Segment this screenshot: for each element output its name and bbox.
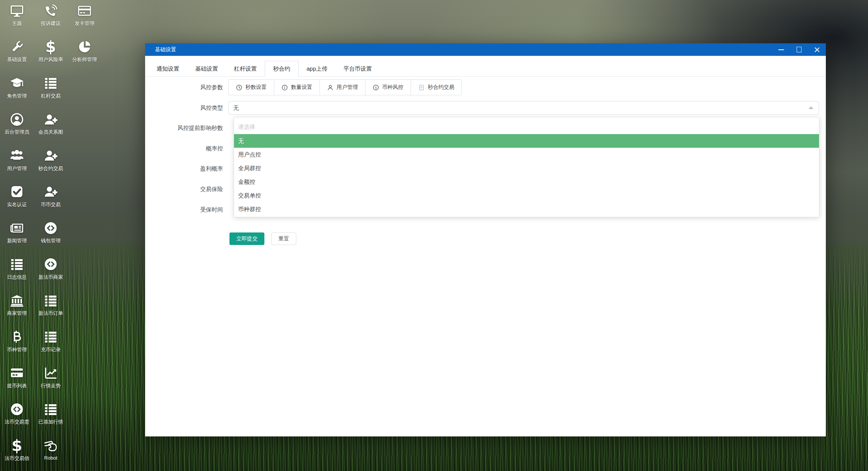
sidebar-item-leverage-trade[interactable]: 杠杆交易 (34, 75, 68, 111)
tab-leverage-settings[interactable]: 杠杆设置 (226, 61, 265, 76)
users-icon (10, 147, 24, 164)
dollar-icon: $ (12, 437, 22, 454)
reset-button[interactable]: 重置 (271, 232, 296, 245)
sidebar-item-label: 新法币订单 (38, 310, 63, 317)
sidebar-item-label: 分析师管理 (72, 56, 97, 63)
dropdown-option-user-point[interactable]: 用户点控 (234, 148, 819, 161)
sidebar-item-label: 法币交易需 (5, 419, 29, 425)
sidebar-item-label: 充币记录 (41, 346, 61, 353)
button-label: 用户管理 (337, 84, 358, 91)
dropdown-option-coin-group[interactable]: 币种群控 (234, 202, 819, 216)
sidebar-item-user-mgmt[interactable]: 用户管理 (0, 147, 34, 183)
sidebar-item-kyc[interactable]: 实名认证 (0, 183, 34, 220)
sidebar-item-complaints[interactable]: 投诉建议 (34, 2, 68, 38)
tab-platform-coin[interactable]: 平台币设置 (335, 61, 380, 76)
graduation-cap-icon (10, 75, 24, 92)
dropdown-option-global-group[interactable]: 全局群控 (234, 161, 819, 175)
minimize-icon (778, 49, 784, 50)
submit-button[interactable]: 立即提交 (229, 232, 264, 245)
maximize-button[interactable] (790, 43, 808, 56)
list-icon (44, 401, 58, 417)
sidebar-item-label: 法币交易信 (5, 455, 29, 462)
risk-type-select[interactable]: 无 (228, 101, 819, 115)
check-square-icon (10, 183, 24, 200)
dropdown-placeholder: 请选择 (234, 119, 819, 134)
sidebar-item-user-risk[interactable]: $用户风险率 (34, 38, 68, 74)
minimize-button[interactable] (772, 43, 790, 56)
sidebar-item-fiat-orders[interactable]: 新法币订单 (34, 292, 68, 328)
quantity-settings-button[interactable]: 数量设置 (274, 79, 320, 95)
sidebar-item-label: 钱包管理 (41, 237, 61, 244)
tab-notify-settings[interactable]: 通知设置 (149, 61, 187, 76)
list-icon (44, 329, 58, 345)
user-management-button[interactable]: 用户管理 (319, 79, 365, 95)
pie-chart-icon (77, 38, 92, 55)
sidebar-item-analyst[interactable]: 分析师管理 (68, 38, 101, 74)
list-icon (44, 292, 58, 309)
document-icon (418, 84, 425, 91)
sidebar-item-card-issuing[interactable]: 发卡管理 (68, 2, 101, 38)
seconds-settings-button[interactable]: 秒数设置 (228, 79, 274, 95)
sidebar-item-fiat-demand[interactable]: 法币交易需 (0, 401, 34, 437)
sidebar-item-theme[interactable]: 主题 (0, 2, 34, 38)
sidebar-item-spot-trade[interactable]: 币币交易 (34, 183, 68, 220)
bitcoin-icon (10, 329, 24, 345)
sidebar-item-wallet[interactable]: 钱包管理 (34, 220, 68, 256)
settings-window: 基础设置 通知设置 基础设置 杠杆设置 秒合约 app上传 平台币设置 风控参数… (145, 43, 826, 436)
sidebar-item-label: Robot (44, 455, 57, 461)
sidebar-item-label: 基础设置 (7, 56, 27, 63)
sidebar-item-market-trend[interactable]: 行情走势 (34, 365, 68, 401)
sidebar-item-label: 发卡管理 (75, 20, 95, 27)
trade-insurance-label: 交易保险 (145, 186, 228, 193)
dollar-circle-icon (373, 84, 379, 91)
user-plus-icon (44, 147, 58, 164)
close-button[interactable] (808, 43, 826, 56)
sidebar-item-withdraw-list[interactable]: 提币列表 (0, 365, 34, 401)
sidebar-item-seconds-contract[interactable]: 秒合约交易 (34, 147, 68, 183)
dropdown-option-amount[interactable]: 金额控 (234, 175, 819, 189)
sidebar-item-admins[interactable]: 后台管理员 (0, 111, 34, 147)
dropdown-option-none[interactable]: 无 (234, 134, 819, 148)
pre-seconds-label: 风控提前影响秒数 (145, 125, 228, 132)
sidebar-item-label: 已添加行情 (38, 419, 63, 425)
chart-line-icon (44, 365, 58, 381)
sidebar-item-robot[interactable]: Robot (34, 437, 68, 471)
button-label: 币种风控 (382, 84, 403, 91)
user-plus-icon (44, 111, 58, 128)
seconds-contract-trade-button[interactable]: 秒合约交易 (411, 79, 462, 95)
dropdown-option-order[interactable]: 交易单控 (234, 189, 819, 202)
tab-app-upload[interactable]: app上传 (299, 61, 335, 76)
sidebar-item-fiat-info[interactable]: $法币交易信 (0, 437, 34, 471)
sidebar-item-merchant-mgmt[interactable]: 商家管理 (0, 292, 34, 328)
sidebar-item-label: 角色管理 (7, 93, 27, 100)
window-titlebar[interactable]: 基础设置 (145, 43, 826, 56)
sidebar-item-basic-settings[interactable]: 基础设置 (0, 38, 34, 74)
form-actions: 立即提交 重置 (229, 232, 296, 245)
risk-type-row: 风控类型 无 (145, 101, 826, 115)
risk-type-label: 风控类型 (145, 104, 228, 112)
sidebar-item-logs[interactable]: 日志信息 (0, 256, 34, 292)
tab-seconds-contract[interactable]: 秒合约 (265, 61, 299, 77)
sidebar-item-label: 会员关系图 (38, 129, 63, 136)
sidebar-item-label: 新法币商家 (38, 274, 63, 281)
coin-risk-button[interactable]: 币种风控 (365, 79, 411, 95)
sidebar-item-deposit-records[interactable]: 充币记录 (34, 329, 68, 365)
settings-tabbar: 通知设置 基础设置 杠杆设置 秒合约 app上传 平台币设置 (145, 56, 826, 77)
credit-card-icon (77, 2, 92, 19)
sidebar-item-label: 实名认证 (7, 201, 27, 208)
sidebar-item-label: 日志信息 (7, 274, 27, 281)
sidebar-item-member-graph[interactable]: 会员关系图 (34, 111, 68, 147)
button-label: 数量设置 (291, 84, 312, 91)
sidebar-item-added-markets[interactable]: 已添加行情 (34, 401, 68, 437)
risk-params-row: 风控参数 秒数设置 数量设置 用户管理 币种风控 秒合约交易 (145, 79, 826, 95)
sidebar-item-roles[interactable]: 角色管理 (0, 75, 34, 111)
tab-basic-settings[interactable]: 基础设置 (187, 61, 226, 76)
sidebar-item-news[interactable]: 新闻管理 (0, 220, 34, 256)
phone-volume-icon (44, 2, 58, 19)
desktop-icon-grid: 主题 投诉建议 发卡管理 基础设置 $用户风险率 分析师管理 角色管理 杠杆交易… (0, 2, 103, 471)
sidebar-item-label: 用户风险率 (38, 56, 63, 63)
sidebar-item-label: 行情走势 (41, 382, 61, 389)
sidebar-item-coin-mgmt[interactable]: 币种管理 (0, 329, 34, 365)
sidebar-item-fiat-merchant[interactable]: 新法币商家 (34, 256, 68, 292)
risk-param-button-group: 秒数设置 数量设置 用户管理 币种风控 秒合约交易 (228, 79, 462, 95)
